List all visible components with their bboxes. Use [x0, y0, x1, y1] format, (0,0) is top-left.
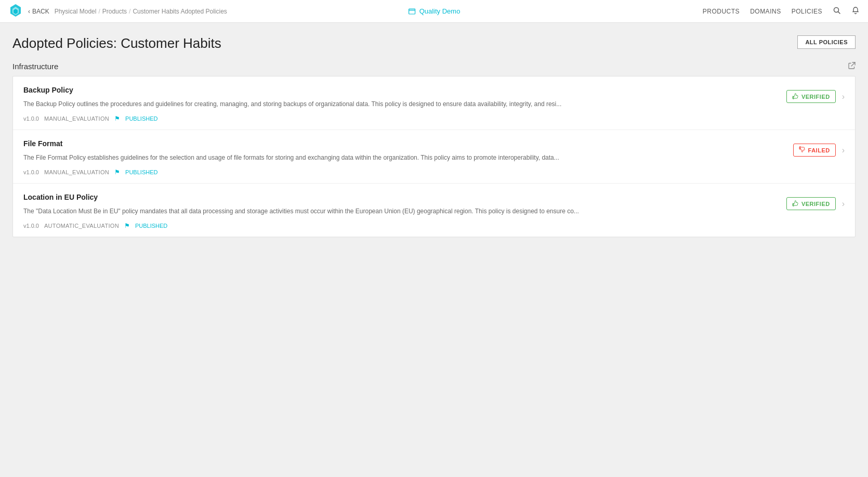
policy-right-backup: VERIFIED › — [786, 90, 845, 103]
database-icon — [408, 7, 416, 16]
page-title: Adopted Policies: Customer Habits — [12, 35, 221, 51]
policy-card-content-eu: Location in EU Policy The "Data Location… — [23, 193, 579, 229]
thumb-up-icon-eu — [792, 200, 799, 208]
back-button[interactable]: ‹ BACK — [28, 8, 49, 15]
thumb-down-icon-fileformat — [799, 146, 806, 154]
nav-policies[interactable]: POLICIES — [792, 8, 822, 15]
main-content: Adopted Policies: Customer Habits ALL PO… — [0, 23, 868, 250]
status-badge-fileformat: FAILED — [793, 144, 836, 157]
policy-card-top-fileformat: File Format The File Format Policy estab… — [23, 139, 845, 176]
policy-desc-fileformat: The File Format Policy establishes guide… — [23, 153, 559, 162]
nav-domains[interactable]: DOMAINS — [750, 8, 781, 15]
policy-name-fileformat: File Format — [23, 139, 559, 148]
badge-label-backup: VERIFIED — [801, 94, 830, 100]
policy-meta-backup: v1.0.0 MANUAL_EVALUATION ⚑ PUBLISHED — [23, 115, 561, 122]
page-header: Adopted Policies: Customer Habits ALL PO… — [12, 35, 856, 51]
svg-line-7 — [838, 11, 840, 14]
breadcrumb: Physical Model / Products / Customer Hab… — [55, 8, 227, 15]
policy-card-fileformat[interactable]: File Format The File Format Policy estab… — [13, 130, 855, 184]
bell-icon[interactable] — [851, 6, 860, 17]
flag-icon-fileformat: ⚑ — [114, 169, 120, 176]
thumb-up-icon-backup — [792, 93, 799, 100]
policy-card-content-backup: Backup Policy The Backup Policy outlines… — [23, 86, 561, 122]
breadcrumb-sep-1: / — [98, 8, 100, 15]
flag-icon-eu: ⚑ — [124, 222, 130, 229]
policy-meta-fileformat: v1.0.0 MANUAL_EVALUATION ⚑ PUBLISHED — [23, 169, 559, 176]
policy-desc-eu: The "Data Location Must Be in EU" policy… — [23, 207, 579, 216]
top-nav: ‹ BACK Physical Model / Products / Custo… — [0, 0, 868, 23]
section-header: Infrastructure — [12, 62, 856, 71]
all-policies-button[interactable]: ALL POLICIES — [797, 35, 856, 49]
policy-right-eu: VERIFIED › — [786, 197, 845, 210]
app-logo[interactable] — [8, 3, 23, 19]
policy-desc-backup: The Backup Policy outlines the procedure… — [23, 99, 561, 109]
policy-version-fileformat: v1.0.0 — [23, 169, 39, 175]
policy-eval-eu: AUTOMATIC_EVALUATION — [44, 223, 119, 229]
policy-eval-backup: MANUAL_EVALUATION — [44, 115, 109, 122]
section-title: Infrastructure — [12, 62, 58, 71]
policies-container: Backup Policy The Backup Policy outlines… — [12, 76, 856, 237]
flag-icon-backup: ⚑ — [114, 115, 120, 122]
policy-name-eu: Location in EU Policy — [23, 193, 579, 201]
policy-status-eu: PUBLISHED — [135, 223, 167, 229]
nav-right: PRODUCTS DOMAINS POLICIES — [703, 6, 860, 17]
chevron-right-backup: › — [842, 92, 845, 101]
policy-card-top-eu: Location in EU Policy The "Data Location… — [23, 193, 845, 229]
policy-card-content-fileformat: File Format The File Format Policy estab… — [23, 139, 559, 176]
back-label: BACK — [32, 8, 49, 15]
badge-label-eu: VERIFIED — [801, 201, 830, 207]
policy-name-backup: Backup Policy — [23, 86, 561, 94]
nav-left: ‹ BACK Physical Model / Products / Custo… — [8, 3, 227, 19]
breadcrumb-products[interactable]: Products — [102, 8, 127, 15]
policy-right-fileformat: FAILED › — [793, 144, 845, 157]
policy-card-eu[interactable]: Location in EU Policy The "Data Location… — [13, 184, 855, 237]
search-icon[interactable] — [833, 6, 841, 17]
back-arrow-icon: ‹ — [28, 8, 30, 15]
external-link-icon[interactable] — [848, 62, 856, 71]
project-name: Quality Demo — [419, 7, 461, 15]
status-badge-eu: VERIFIED — [786, 197, 836, 210]
policy-status-fileformat: PUBLISHED — [125, 169, 157, 175]
policy-version-backup: v1.0.0 — [23, 115, 39, 122]
breadcrumb-sep-2: / — [129, 8, 130, 15]
svg-line-8 — [851, 62, 855, 66]
policy-eval-fileformat: MANUAL_EVALUATION — [44, 169, 109, 175]
project-name-center: Quality Demo — [408, 7, 461, 16]
policy-status-backup: PUBLISHED — [125, 115, 157, 122]
chevron-right-fileformat: › — [842, 146, 845, 155]
policy-version-eu: v1.0.0 — [23, 223, 39, 229]
nav-products[interactable]: PRODUCTS — [703, 8, 740, 15]
chevron-right-eu: › — [842, 199, 845, 209]
policy-meta-eu: v1.0.0 AUTOMATIC_EVALUATION ⚑ PUBLISHED — [23, 222, 579, 229]
policy-card-top-backup: Backup Policy The Backup Policy outlines… — [23, 86, 845, 122]
breadcrumb-adopted-policies[interactable]: Customer Habits Adopted Policies — [133, 8, 227, 15]
policy-card-backup[interactable]: Backup Policy The Backup Policy outlines… — [13, 76, 855, 130]
status-badge-backup: VERIFIED — [786, 90, 836, 103]
badge-label-fileformat: FAILED — [808, 147, 830, 153]
breadcrumb-physical-model[interactable]: Physical Model — [55, 8, 97, 15]
